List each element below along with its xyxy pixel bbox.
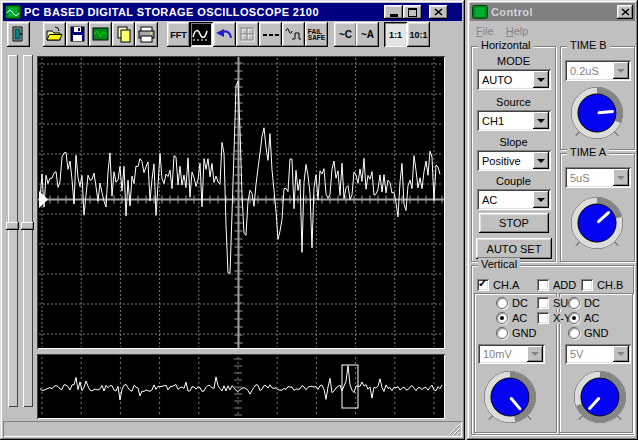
maximize-button[interactable] — [403, 5, 422, 19]
fail-safe-button[interactable]: FAIL SAFE — [305, 22, 328, 47]
control-titlebar[interactable]: Control — [470, 3, 635, 21]
time-a-legend: TIME A — [567, 146, 609, 159]
ch-b-ac-label: AC — [584, 312, 599, 324]
dropdown-arrow-icon[interactable] — [613, 62, 629, 79]
save-button[interactable] — [66, 22, 89, 47]
ch-a-checkbox[interactable] — [477, 279, 489, 291]
control-window-title: Control — [491, 6, 533, 18]
vertical-group: Vertical CH.A ADD CH.B DC AC GND SUB X-Y… — [471, 265, 634, 435]
calibrate-a-button[interactable]: ~A — [356, 22, 379, 47]
control-close-button[interactable] — [617, 5, 633, 19]
probe-1-1-label: 1:1 — [389, 30, 402, 40]
dropdown-arrow-icon[interactable] — [613, 346, 629, 362]
grid-toggle-button[interactable] — [236, 22, 259, 47]
time-b-select[interactable]: 0.2uS — [565, 60, 631, 81]
add-checkbox[interactable] — [537, 279, 549, 291]
dropdown-arrow-icon[interactable] — [533, 71, 549, 88]
ch-b-gain-knob[interactable] — [569, 369, 631, 427]
ch-a-dc-radio[interactable] — [496, 297, 508, 309]
ch-a-label: CH.A — [493, 279, 519, 291]
mode-select[interactable]: AUTO — [477, 69, 551, 90]
add-label: ADD — [553, 279, 576, 291]
dropdown-arrow-icon[interactable] — [527, 346, 543, 362]
xy-checkbox[interactable] — [537, 312, 549, 324]
fail-safe-label: FAIL SAFE — [308, 29, 325, 41]
ch-b-ac-radio[interactable] — [568, 312, 580, 324]
ch-b-range-select[interactable]: 5V — [565, 344, 631, 364]
menu-help[interactable]: Help — [506, 25, 529, 37]
open-file-button[interactable] — [43, 22, 66, 47]
signal-shape-button[interactable] — [282, 22, 305, 47]
probe-1-1-button[interactable]: 1:1 — [384, 22, 407, 47]
print-button[interactable] — [135, 22, 158, 47]
sine-square-wave-icon — [284, 25, 303, 44]
channel-a-position-slider[interactable] — [8, 55, 18, 407]
time-b-knob[interactable] — [566, 85, 628, 143]
scope-screen-icon — [91, 25, 110, 44]
undo-button[interactable] — [213, 22, 236, 47]
calibrate-c-button[interactable]: ~C — [334, 22, 357, 47]
channel-a-position-thumb[interactable] — [6, 222, 19, 230]
preview-grid-and-trace — [38, 355, 444, 418]
app-icon — [5, 5, 21, 19]
couple-select[interactable]: AC — [477, 189, 551, 210]
exit-door-icon — [9, 25, 28, 44]
close-icon — [434, 8, 443, 16]
open-folder-icon — [45, 25, 64, 44]
ch-b-dc-radio[interactable] — [568, 297, 580, 309]
window-title: PC BASED DIGITAL STORAGE OSCILLOSCOPE 21… — [24, 6, 319, 18]
fft-button[interactable]: FFT — [167, 22, 190, 47]
auto-set-button[interactable]: AUTO SET — [476, 238, 552, 259]
preview-display — [37, 354, 445, 419]
stop-button[interactable]: STOP — [479, 213, 549, 233]
app-icon — [472, 5, 488, 19]
waveform-trace — [40, 81, 440, 273]
dashed-line-icon — [261, 25, 280, 44]
minimize-button[interactable] — [384, 5, 403, 19]
ch-b-checkbox[interactable] — [581, 279, 593, 291]
dropdown-arrow-icon[interactable] — [533, 112, 549, 129]
control-window: Control File Help Horizontal MODE AUTO S… — [467, 0, 638, 440]
channel-b-position-slider[interactable] — [23, 55, 33, 407]
status-bar — [3, 421, 462, 437]
waveform-mode-button[interactable] — [190, 22, 213, 47]
couple-label: Couple — [472, 175, 555, 187]
dotted-line-button[interactable] — [259, 22, 282, 47]
copy-button[interactable] — [112, 22, 135, 47]
ch-a-dc-label: DC — [512, 297, 528, 309]
exit-button[interactable] — [7, 22, 30, 47]
fft-label: FFT — [170, 30, 187, 40]
dropdown-arrow-icon[interactable] — [533, 152, 549, 169]
time-a-group: TIME A 5uS — [560, 153, 635, 262]
resize-grip-icon[interactable] — [448, 423, 461, 436]
scope-grid-and-trace — [38, 57, 444, 348]
ch-b-gnd-label: GND — [584, 327, 608, 339]
source-select[interactable]: CH1 — [477, 110, 551, 131]
menu-file[interactable]: File — [476, 25, 494, 37]
time-a-knob[interactable] — [566, 195, 628, 253]
ch-a-ac-radio[interactable] — [496, 312, 508, 324]
ch-b-gnd-radio[interactable] — [568, 327, 580, 339]
auto-set-label: AUTO SET — [487, 243, 542, 255]
maximize-icon — [408, 8, 417, 17]
sub-checkbox[interactable] — [537, 297, 549, 309]
grid-icon — [238, 25, 257, 44]
channel-b-position-thumb[interactable] — [21, 222, 34, 230]
calibrate-c-label: ~C — [339, 29, 352, 40]
minimize-icon — [390, 14, 398, 17]
source-label: Source — [472, 96, 555, 108]
time-a-select[interactable]: 5uS — [565, 167, 631, 188]
ch-a-gnd-radio[interactable] — [496, 327, 508, 339]
close-button[interactable] — [429, 5, 448, 19]
probe-10-1-button[interactable]: 10:1 — [407, 22, 430, 47]
slope-select[interactable]: Positive — [477, 150, 551, 171]
dropdown-arrow-icon[interactable] — [533, 191, 549, 208]
capture-display-button[interactable] — [89, 22, 112, 47]
menu-bar: File Help — [470, 22, 635, 39]
save-floppy-icon — [68, 25, 87, 44]
mode-label: MODE — [472, 55, 555, 67]
dropdown-arrow-icon[interactable] — [613, 169, 629, 186]
ch-a-range-select[interactable]: 10mV — [478, 344, 545, 364]
close-icon — [621, 8, 630, 16]
ch-a-gain-knob[interactable] — [479, 369, 541, 427]
